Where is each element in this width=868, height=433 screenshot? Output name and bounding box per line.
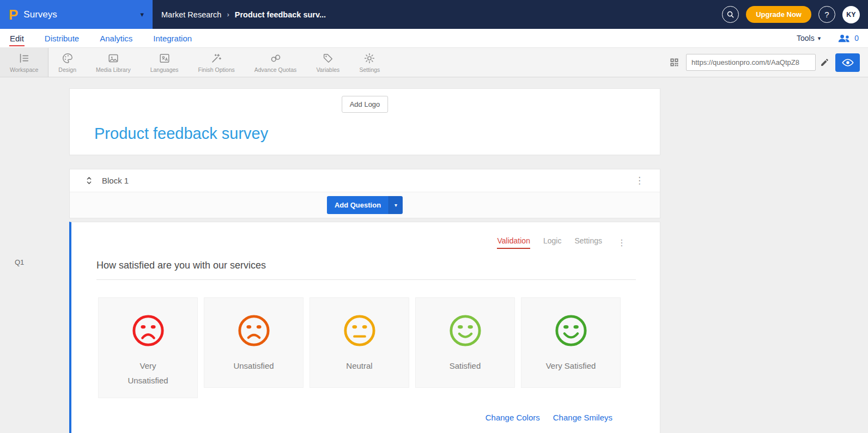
block-card: Block 1 ⋮ Add Question ▾	[69, 169, 660, 218]
design-icon	[62, 52, 74, 64]
chevron-down-icon: ▾	[140, 10, 144, 19]
smiley-options: Very Unsatisfied Unsatisfied	[98, 297, 660, 398]
tools-menu[interactable]: Tools ▾	[797, 34, 821, 42]
eye-icon	[842, 58, 854, 67]
unsatisfied-smiley-icon	[237, 314, 271, 347]
toolbar-item-label: Workspace	[10, 66, 38, 73]
question-footer-links: Change Colors Change Smileys	[71, 413, 612, 422]
top-bar: P Surveys ▾ Market Research › Product fe…	[0, 0, 868, 29]
chevron-down-icon: ▾	[394, 202, 397, 208]
option-label: Satisfied	[450, 358, 481, 373]
breadcrumb-current[interactable]: Product feedback surv...	[235, 10, 326, 19]
change-colors-link[interactable]: Change Colors	[485, 413, 540, 422]
breadcrumb-parent[interactable]: Market Research	[161, 10, 221, 19]
toolbar-item-label: Media Library	[96, 66, 131, 73]
toolbar-item-label: Advance Quotas	[254, 66, 297, 73]
survey-editor-canvas: Add Logo Product feedback survey Block 1…	[0, 77, 868, 433]
option-neutral[interactable]: Neutral	[309, 297, 409, 388]
main-nav: Edit Distribute Analytics Integration To…	[0, 29, 868, 48]
toolbar-item-design[interactable]: Design	[48, 48, 86, 77]
finish-options-icon	[210, 52, 222, 64]
toolbar-item-finish-options[interactable]: Finish Options	[189, 48, 245, 77]
chevron-down-icon: ▾	[818, 35, 821, 42]
editor-toolbar: Workspace Design Media Library	[0, 48, 868, 77]
block-header: Block 1 ⋮	[70, 169, 660, 192]
toolbar-item-label: Languages	[150, 66, 179, 73]
question-card: Q1 Validation Logic Settings ⋮ How satis…	[69, 222, 660, 433]
toolbar-item-workspace[interactable]: Workspace	[0, 48, 48, 77]
add-question-row: Add Question ▾	[70, 192, 660, 218]
upgrade-now-button[interactable]: Upgrade Now	[746, 6, 811, 23]
breadcrumb-separator-icon: ›	[227, 10, 229, 19]
help-button[interactable]: ?	[818, 6, 835, 23]
survey-url-input[interactable]	[686, 54, 816, 71]
workspace-icon	[18, 52, 30, 64]
languages-icon	[159, 52, 171, 64]
option-unsatisfied[interactable]: Unsatisfied	[204, 297, 304, 388]
topbar-actions: Upgrade Now ? KY	[722, 6, 868, 23]
question-tabs: Validation Logic Settings ⋮	[71, 222, 660, 249]
toolbar-item-variables[interactable]: Variables	[306, 48, 349, 77]
tab-validation[interactable]: Validation	[497, 236, 530, 249]
question-number-label: Q1	[15, 258, 24, 266]
tab-integration[interactable]: Integration	[153, 30, 192, 46]
toolbar-item-settings[interactable]: Settings	[349, 48, 390, 77]
option-satisfied[interactable]: Satisfied	[415, 297, 515, 388]
question-menu-dots-icon[interactable]: ⋮	[617, 237, 626, 248]
preview-survey-button[interactable]	[835, 53, 860, 72]
add-logo-button[interactable]: Add Logo	[342, 96, 389, 113]
avatar[interactable]: KY	[842, 6, 860, 23]
survey-title[interactable]: Product feedback survey	[94, 125, 268, 143]
change-smileys-link[interactable]: Change Smileys	[553, 413, 612, 422]
questionpro-logo-icon: P	[9, 8, 18, 22]
toolbar-item-label: Finish Options	[198, 66, 235, 73]
block-menu-dots-icon[interactable]: ⋮	[635, 176, 645, 185]
toolbar-item-label: Design	[58, 66, 76, 73]
collaborators-count: 0	[854, 34, 859, 42]
tab-logic[interactable]: Logic	[543, 236, 561, 249]
product-switcher[interactable]: P Surveys ▾	[0, 0, 153, 29]
collaborators-button[interactable]: 0	[837, 34, 859, 43]
settings-icon	[363, 52, 375, 64]
collapse-block-icon[interactable]	[85, 176, 93, 185]
survey-header-card: Add Logo Product feedback survey	[69, 88, 660, 155]
tab-analytics[interactable]: Analytics	[99, 30, 133, 46]
toolbar-item-languages[interactable]: Languages	[141, 48, 189, 77]
tools-label: Tools	[797, 34, 815, 42]
tab-distribute[interactable]: Distribute	[44, 30, 80, 46]
tab-edit[interactable]: Edit	[9, 30, 25, 46]
neutral-smiley-icon	[343, 314, 377, 347]
variables-icon	[322, 52, 334, 64]
satisfied-smiley-icon	[448, 314, 482, 347]
toolbar-item-label: Settings	[359, 66, 380, 73]
very-satisfied-smiley-icon	[554, 314, 588, 347]
option-label: Unsatisfied	[233, 358, 274, 373]
toolbar-item-label: Variables	[316, 66, 339, 73]
search-icon	[726, 10, 735, 19]
tab-question-settings[interactable]: Settings	[574, 236, 602, 249]
add-question-dropdown[interactable]: ▾	[389, 196, 403, 214]
advance-quotas-icon	[270, 52, 282, 64]
option-label: Neutral	[346, 358, 372, 373]
people-icon	[837, 34, 851, 43]
product-name: Surveys	[23, 9, 57, 20]
toolbar-item-media-library[interactable]: Media Library	[86, 48, 141, 77]
media-library-icon	[107, 52, 119, 64]
search-button[interactable]	[722, 6, 739, 23]
question-text[interactable]: How satisfied are you with our services	[96, 260, 636, 280]
option-label: Very Unsatisfied	[120, 358, 177, 388]
edit-url-pencil-icon[interactable]	[820, 58, 829, 67]
very-unsatisfied-smiley-icon	[131, 314, 165, 347]
add-question-button-group: Add Question ▾	[327, 196, 403, 214]
option-label: Very Satisfied	[546, 358, 596, 373]
qr-code-button[interactable]	[669, 57, 680, 68]
option-very-satisfied[interactable]: Very Satisfied	[521, 297, 621, 388]
add-question-button[interactable]: Add Question	[327, 196, 389, 214]
toolbar-item-advance-quotas[interactable]: Advance Quotas	[245, 48, 307, 77]
block-name[interactable]: Block 1	[102, 176, 129, 185]
breadcrumb: Market Research › Product feedback surv.…	[161, 10, 326, 19]
option-very-unsatisfied[interactable]: Very Unsatisfied	[98, 297, 198, 398]
